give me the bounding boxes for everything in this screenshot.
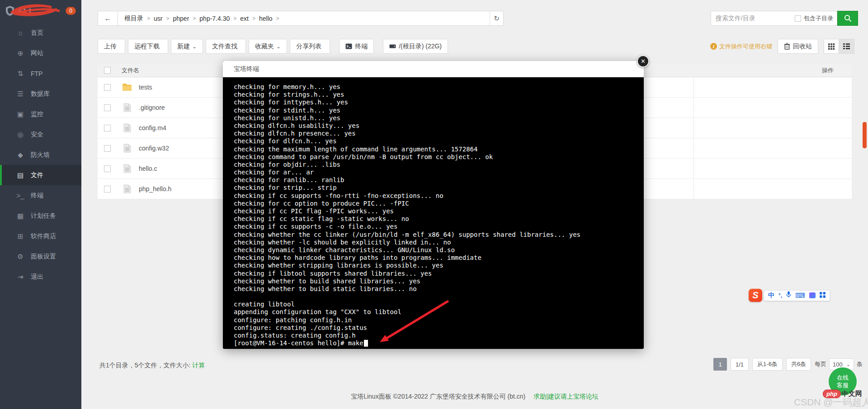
ime-punctuation-toggle[interactable]: °,: [778, 292, 782, 299]
breadcrumb-item[interactable]: hello: [259, 15, 273, 22]
file-name[interactable]: config.m4: [139, 124, 166, 132]
recycle-bin-button[interactable]: 回收站: [778, 39, 818, 54]
sidebar-item-icon: ◆: [15, 151, 25, 159]
file-name[interactable]: tests: [139, 84, 152, 91]
file-name[interactable]: .gitignore: [139, 104, 165, 111]
close-button[interactable]: ✕: [637, 55, 649, 67]
file-name[interactable]: hello.c: [139, 165, 157, 172]
toolbar-button-upload[interactable]: 上传: [98, 39, 125, 54]
breadcrumb-separator: >: [252, 15, 255, 22]
breadcrumb-item[interactable]: usr: [154, 15, 162, 22]
file-toolbar: 上传 远程下载 新建 ⌄ 文件查找: [98, 39, 448, 54]
breadcrumb-item[interactable]: phper: [173, 15, 189, 22]
select-all-checkbox[interactable]: [104, 67, 111, 74]
row-checkbox[interactable]: [104, 84, 111, 91]
row-checkbox[interactable]: [104, 145, 111, 152]
terminal-output[interactable]: checking for memory.h... yes checking fo…: [223, 77, 644, 349]
sidebar-item-settings[interactable]: ⚙ 面板设置: [0, 246, 81, 267]
per-page-prefix: 每页: [815, 360, 826, 368]
list-view-button[interactable]: [839, 39, 854, 54]
actions-column-header: 操作: [822, 66, 834, 75]
php-logo-pill: php: [823, 390, 841, 398]
ime-toolbar: S 中 °, ⌨: [749, 289, 830, 302]
include-subdir-checkbox[interactable]: [795, 15, 801, 22]
terminal-line: checking for ranlib... ranlib: [234, 176, 636, 184]
page-number-current[interactable]: 1: [713, 358, 727, 371]
breadcrumb-separator: >: [193, 15, 196, 22]
online-service-line2: 客服: [837, 381, 849, 389]
forum-link[interactable]: 求助|建议请上宝塔论坛: [533, 393, 599, 400]
sidebar-item-label: 计划任务: [31, 212, 56, 220]
row-checkbox[interactable]: [104, 186, 111, 193]
scrollbar-thumb[interactable]: [863, 122, 867, 148]
chevron-down-icon: ⌄: [846, 362, 850, 366]
skin-icon[interactable]: [809, 292, 816, 298]
breadcrumb-item[interactable]: ext: [240, 15, 249, 22]
row-checkbox[interactable]: [104, 165, 111, 172]
toolbar-terminal-button[interactable]: 终端: [339, 39, 374, 54]
toolbar-button-new[interactable]: 新建 ⌄: [171, 39, 203, 54]
terminal-prompt-line: [root@VM-16-14-centos hello]# make: [234, 339, 636, 347]
search-button[interactable]: [837, 11, 858, 26]
sidebar-item-terminal[interactable]: >_ 终端: [0, 185, 81, 206]
ime-language-toggle[interactable]: 中: [768, 291, 774, 300]
chevron-down-icon: ⌄: [192, 44, 197, 49]
include-subdir-label[interactable]: 包含子目录: [804, 14, 833, 23]
terminal-line: checking if cc static flag -static works…: [234, 215, 636, 223]
copyright-text: 宝塔Linux面板 ©2014-2022 广东堡塔安全技术有限公司 (bt.cn…: [351, 393, 525, 400]
search-area: 搜索文件/目录 包含子目录: [711, 11, 858, 26]
folder-icon: [122, 83, 132, 91]
bt-panel-page: 43.1 0 ⌂ 首页 ⊕ 网站 ⇅ FTP: [0, 0, 868, 409]
toolbar-button-find[interactable]: 文件查找: [206, 39, 246, 54]
file-name[interactable]: config.w32: [139, 145, 169, 152]
notification-badge[interactable]: 0: [66, 7, 76, 15]
toolbar-button-label: 上传: [104, 39, 117, 53]
sidebar-item-security[interactable]: ◎ 安全: [0, 124, 81, 145]
online-service-line1: 在线: [837, 374, 849, 381]
breadcrumb-item[interactable]: php-7.4.30: [199, 15, 230, 22]
search-placeholder: 搜索文件/目录: [716, 14, 795, 23]
sidebar-item-icon: ⊕: [15, 49, 25, 57]
sidebar-item-monitor[interactable]: ▣ 监控: [0, 104, 81, 124]
disk-icon: [389, 43, 396, 49]
sidebar-item-home[interactable]: ⌂ 首页: [0, 23, 81, 43]
sidebar-item-label: 软件商店: [31, 232, 56, 240]
refresh-button[interactable]: ↻: [490, 11, 503, 25]
search-input[interactable]: 搜索文件/目录 包含子目录: [711, 11, 837, 26]
back-button[interactable]: ←: [98, 11, 118, 25]
microphone-icon[interactable]: [786, 291, 791, 300]
refresh-icon: ↻: [494, 14, 500, 23]
ime-menu-icon[interactable]: [820, 291, 826, 300]
calc-size-link[interactable]: 计算: [192, 362, 205, 369]
ime-logo-icon[interactable]: S: [749, 289, 762, 302]
toolbar-button-share[interactable]: 分享列表: [290, 39, 330, 54]
terminal-line: configure: creating ./config.status: [234, 324, 636, 332]
sidebar-item-firewall[interactable]: ◆ 防火墙: [0, 145, 81, 165]
breadcrumb-item[interactable]: 根目录: [124, 14, 143, 23]
disk-selector-button[interactable]: /(根目录) (22G): [383, 39, 448, 54]
file-icon: [122, 144, 132, 153]
sidebar-item-logout[interactable]: ⇥ 退出: [0, 267, 81, 287]
sidebar-item-database[interactable]: ☰ 数据库: [0, 84, 81, 104]
terminal-line: checking how to hardcode library paths i…: [234, 254, 636, 262]
sidebar-item-site[interactable]: ⊕ 网站: [0, 43, 81, 63]
grid-view-button[interactable]: [824, 39, 839, 54]
sidebar-item-store[interactable]: ⊞ 软件商店: [0, 226, 81, 246]
terminal-prompt-text: [root@VM-16-14-centos hello]# make: [234, 339, 363, 347]
page-of-indicator: 1/1: [731, 358, 749, 371]
sidebar-item-files[interactable]: ▤ 文件: [0, 165, 81, 185]
column-divider: [693, 77, 694, 200]
toolbar-button-remote[interactable]: 远程下载: [128, 39, 168, 54]
sidebar-item-ftp[interactable]: ⇅ FTP: [0, 63, 81, 84]
terminal-modal-header: 宝塔终端: [223, 61, 644, 77]
row-checkbox[interactable]: [104, 125, 111, 132]
toolbar-button-favorite[interactable]: 收藏夹 ⌄: [249, 39, 287, 54]
terminal-line: checking dlfcn.h presence... yes: [234, 130, 636, 137]
terminal-line: checking for stdint.h... yes: [234, 107, 636, 114]
chevron-down-icon: ⌄: [276, 44, 281, 49]
keyboard-icon[interactable]: ⌨: [795, 291, 805, 300]
sidebar-item-icon: ▦: [15, 212, 25, 220]
file-name[interactable]: php_hello.h: [139, 185, 171, 193]
row-checkbox[interactable]: [104, 104, 111, 111]
sidebar-item-cron[interactable]: ▦ 计划任务: [0, 206, 81, 226]
